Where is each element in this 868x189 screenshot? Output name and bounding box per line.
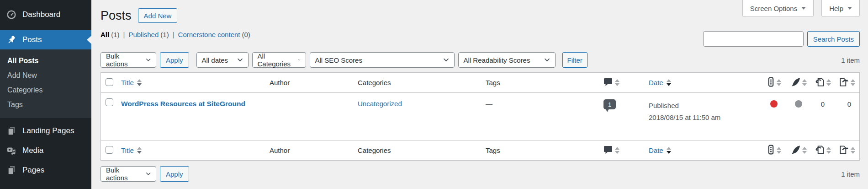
sort-arrows xyxy=(826,79,831,86)
view-all-link[interactable]: All(1) xyxy=(101,31,120,38)
footer-cell-seo-score[interactable] xyxy=(762,145,786,156)
header-cell-categories: Categories xyxy=(358,79,486,86)
row-cell-tags: — xyxy=(486,93,600,108)
footer-cell-incoming-links[interactable] xyxy=(811,145,835,156)
sidebar-item-media[interactable]: Media xyxy=(0,140,91,160)
sort-arrows xyxy=(777,147,781,154)
view-cornerstone-link[interactable]: Cornerstone content(0) xyxy=(178,31,250,38)
apply-button-bottom[interactable]: Apply xyxy=(160,166,189,182)
incoming-links-page-icon xyxy=(815,77,825,88)
header-cell-readability-score[interactable] xyxy=(786,77,811,88)
view-count: (1) xyxy=(111,31,119,38)
add-new-button[interactable]: Add New xyxy=(138,8,178,23)
bulk-actions-select-bottom[interactable]: Bulk actions xyxy=(101,166,156,182)
view-separator: | xyxy=(173,31,175,38)
sort-arrows xyxy=(137,79,142,86)
column-label: Title xyxy=(121,146,134,154)
row-cell-author xyxy=(270,93,358,100)
sort-arrows xyxy=(802,79,807,86)
select-all-checkbox[interactable] xyxy=(106,146,113,154)
item-count: 1 item xyxy=(841,56,860,64)
footer-cell-readability-score[interactable] xyxy=(786,145,811,156)
view-published-link[interactable]: Published(1) xyxy=(128,31,169,38)
sidebar-item-label: Posts xyxy=(22,35,42,44)
sort-by-title-link[interactable]: Title xyxy=(121,146,142,154)
outgoing-links-page-icon xyxy=(839,77,849,88)
sidebar-item-landing-pages[interactable]: Landing Pages xyxy=(0,121,91,140)
readability-score-dot xyxy=(795,100,802,108)
header-cell-seo-score[interactable] xyxy=(762,77,786,88)
row-cell-date: Published 2018/08/15 at 11:50 am xyxy=(649,93,762,124)
row-cell-readability-score xyxy=(786,93,811,108)
categories-filter-select[interactable]: All Categories xyxy=(252,52,306,68)
camera-note-icon xyxy=(6,146,16,155)
dashboard-gauge-icon xyxy=(6,10,16,19)
seo-score-dot xyxy=(770,100,778,108)
header-cell-checkbox xyxy=(101,78,121,87)
select-value: All Categories xyxy=(258,52,291,68)
seo-scores-filter-select[interactable]: All SEO Scores xyxy=(310,52,455,68)
sidebar-item-dashboard[interactable]: Dashboard xyxy=(0,5,91,24)
select-all-checkbox[interactable] xyxy=(106,78,113,86)
row-cell-outgoing-links: 0 xyxy=(835,93,859,108)
apply-button[interactable]: Apply xyxy=(160,52,189,68)
table-header-row: Title Author Categories Tags Date xyxy=(101,73,859,93)
sidebar-item-add-new[interactable]: Add New xyxy=(0,68,91,83)
screen-options-button[interactable]: Screen Options xyxy=(742,0,814,17)
row-cell-categories: Uncategorized xyxy=(358,93,486,108)
sidebar-item-posts[interactable]: Posts xyxy=(0,30,91,49)
help-button[interactable]: Help xyxy=(821,0,860,17)
sidebar-item-all-posts[interactable]: All Posts xyxy=(0,54,91,68)
outgoing-links-page-icon xyxy=(839,145,849,156)
sort-arrows xyxy=(851,79,855,86)
sort-by-date-link[interactable]: Date xyxy=(649,79,671,86)
comment-bubble-icon[interactable] xyxy=(603,146,613,156)
column-label: Date xyxy=(649,79,663,86)
row-cell-checkbox xyxy=(101,93,121,108)
screen-options-label: Screen Options xyxy=(750,5,797,12)
sidebar-item-label: Media xyxy=(22,146,43,155)
bulk-actions-select[interactable]: Bulk actions xyxy=(101,52,156,68)
sidebar-item-tags[interactable]: Tags xyxy=(0,97,91,112)
header-cell-incoming-links[interactable] xyxy=(811,77,835,88)
post-title-link[interactable]: WordPress Resources at SiteGround xyxy=(121,100,245,108)
column-label: Tags xyxy=(486,146,500,154)
chevron-down-icon xyxy=(237,58,243,62)
sidebar-item-pages[interactable]: Pages xyxy=(0,160,91,180)
post-date: 2018/08/15 at 11:50 am xyxy=(649,112,762,124)
column-label: Categories xyxy=(358,146,391,154)
header-cell-outgoing-links[interactable] xyxy=(835,77,859,88)
view-count: (0) xyxy=(242,31,250,38)
search-posts-button[interactable]: Search Posts xyxy=(807,31,860,47)
filter-button[interactable]: Filter xyxy=(562,52,587,68)
sort-arrows[interactable] xyxy=(615,147,619,154)
view-count: (1) xyxy=(160,31,169,38)
tags-value: — xyxy=(486,100,492,108)
sort-by-date-link[interactable]: Date xyxy=(649,146,671,154)
footer-cell-date: Date xyxy=(649,146,762,154)
wordpress-admin-posts-page: Dashboard Posts All Posts Add New Catego… xyxy=(0,0,868,189)
comment-count-bubble[interactable]: 1 xyxy=(603,99,616,109)
select-value: All Readability Scores xyxy=(464,56,530,64)
dates-filter-select[interactable]: All dates xyxy=(196,52,249,68)
sort-by-title-link[interactable]: Title xyxy=(121,79,142,86)
footer-cell-comments xyxy=(600,146,649,156)
item-count-bottom: 1 item xyxy=(841,170,860,178)
sort-arrows xyxy=(667,147,671,154)
header-cell-title: Title xyxy=(121,79,270,86)
top-toolbar: Bulk actions Apply All dates All Categor… xyxy=(101,52,860,68)
search-input[interactable] xyxy=(703,31,804,47)
select-value: Bulk actions xyxy=(106,52,138,68)
comment-bubble-icon[interactable] xyxy=(603,78,613,88)
view-label: Cornerstone content xyxy=(178,31,240,38)
view-label: All xyxy=(101,31,109,38)
footer-cell-outgoing-links[interactable] xyxy=(835,145,859,156)
row-checkbox[interactable] xyxy=(106,98,113,106)
incoming-links-count: 0 xyxy=(821,100,825,108)
category-link[interactable]: Uncategorized xyxy=(358,100,402,108)
chevron-down-icon xyxy=(801,7,806,10)
readability-scores-filter-select[interactable]: All Readability Scores xyxy=(458,52,556,68)
table-footer-row: Title Author Categories Tags Date xyxy=(101,140,859,160)
sidebar-item-categories[interactable]: Categories xyxy=(0,83,91,97)
sort-arrows[interactable] xyxy=(615,79,619,86)
